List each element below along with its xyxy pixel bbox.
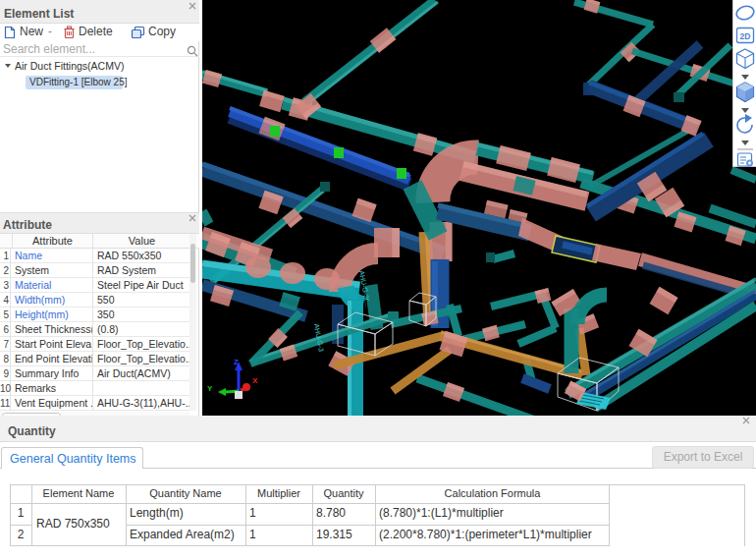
svg-text:2D: 2D [740, 31, 751, 41]
svg-text:Y: Y [207, 384, 213, 393]
svg-text:X: X [252, 376, 258, 385]
svg-text:Z: Z [234, 358, 239, 366]
